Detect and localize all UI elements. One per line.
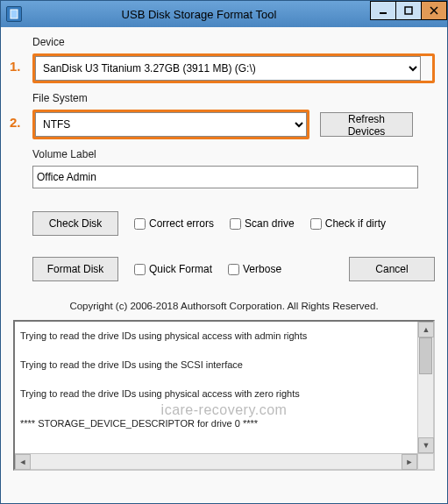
log-line: **** STORAGE_DEVICE_DESCRIPTOR for drive… [20,418,428,429]
refresh-devices-button[interactable]: Refresh Devices [320,112,413,137]
device-label: Device [32,36,435,48]
volumelabel-group: Volume Label [13,148,435,188]
filesystem-select[interactable]: NTFS [35,112,307,137]
format-row: Format Disk Quick Format Verbose Cancel [13,257,435,281]
app-window: USB Disk Storage Format Tool 1. Device S… [0,0,448,504]
scan-drive-checkbox[interactable]: Scan drive [230,217,295,230]
quick-format-checkbox[interactable]: Quick Format [134,263,212,275]
close-button[interactable] [421,1,447,20]
scroll-up-icon[interactable]: ▲ [418,322,434,337]
window-controls [371,1,447,27]
check-if-dirty-checkbox[interactable]: Check if dirty [310,217,386,230]
svg-rect-0 [11,10,18,18]
annotation-2: 2. [10,115,21,130]
scroll-down-icon[interactable]: ▼ [418,437,434,453]
volumelabel-label: Volume Label [32,148,435,160]
log-line: Trying to read the drive IDs using physi… [20,388,428,400]
horizontal-scrollbar[interactable]: ◄ ► [15,453,417,469]
check-row: Check Disk Correct errors Scan drive Che… [13,211,435,236]
filesystem-group: 2. File System NTFS Refresh Devices [13,92,435,139]
device-select[interactable]: SanDisk U3 Titanium 3.27GB (3911 MB) (G:… [35,56,421,81]
device-group: 1. Device SanDisk U3 Titanium 3.27GB (39… [13,36,435,83]
volumelabel-input[interactable] [32,166,418,188]
format-disk-button[interactable]: Format Disk [32,257,118,281]
window-title: USB Disk Storage Format Tool [27,8,371,21]
filesystem-label: File System [32,92,435,104]
cancel-button[interactable]: Cancel [349,257,435,281]
copyright-text: Copyright (c) 2006-2018 Authorsoft Corpo… [13,301,435,311]
svg-rect-2 [405,7,412,14]
maximize-button[interactable] [395,1,422,20]
scroll-track-h[interactable] [31,454,402,469]
scroll-right-icon[interactable]: ► [402,454,417,470]
annotation-1: 1. [10,59,21,74]
log-pane: Trying to read the drive IDs using physi… [13,320,435,471]
svg-rect-1 [380,12,387,14]
minimize-button[interactable] [370,1,396,20]
scroll-track[interactable] [418,337,433,437]
correct-errors-checkbox[interactable]: Correct errors [134,217,214,230]
app-icon [6,6,22,22]
log-body: Trying to read the drive IDs using physi… [15,322,433,453]
content-area: 1. Device SanDisk U3 Titanium 3.27GB (39… [1,27,447,503]
scroll-thumb[interactable] [419,337,432,374]
filesystem-highlight: NTFS [32,110,309,139]
verbose-checkbox[interactable]: Verbose [228,263,281,275]
watermark-text: icare-recovery.com [161,401,288,418]
device-highlight: SanDisk U3 Titanium 3.27GB (3911 MB) (G:… [32,53,435,83]
scroll-left-icon[interactable]: ◄ [15,454,31,470]
log-line: Trying to read the drive IDs using physi… [20,330,428,342]
vertical-scrollbar[interactable]: ▲ ▼ [417,322,433,453]
scroll-corner [417,453,433,469]
log-line: Trying to read the drive IDs using the S… [20,359,428,371]
titlebar: USB Disk Storage Format Tool [1,1,447,27]
check-disk-button[interactable]: Check Disk [32,211,118,236]
